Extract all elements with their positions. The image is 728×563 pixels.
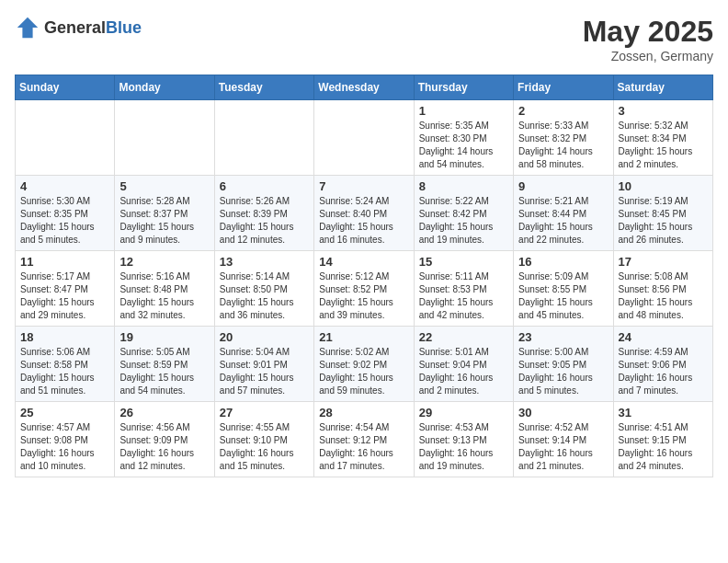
calendar-week-row: 4Sunrise: 5:30 AM Sunset: 8:35 PM Daylig… [16, 176, 713, 251]
logo-general-text: General [44, 18, 106, 37]
calendar-cell: 10Sunrise: 5:19 AM Sunset: 8:45 PM Dayli… [613, 176, 712, 251]
day-number: 7 [319, 179, 408, 193]
calendar-week-row: 25Sunrise: 4:57 AM Sunset: 9:08 PM Dayli… [16, 402, 713, 477]
day-number: 13 [220, 255, 309, 269]
calendar-cell: 22Sunrise: 5:01 AM Sunset: 9:04 PM Dayli… [414, 327, 513, 402]
day-info: Sunrise: 4:51 AM Sunset: 9:15 PM Dayligh… [619, 421, 708, 473]
day-number: 19 [119, 330, 209, 344]
calendar-cell: 7Sunrise: 5:24 AM Sunset: 8:40 PM Daylig… [314, 176, 414, 251]
day-info: Sunrise: 5:05 AM Sunset: 8:59 PM Dayligh… [119, 346, 209, 397]
day-info: Sunrise: 5:08 AM Sunset: 8:56 PM Dayligh… [619, 270, 708, 322]
calendar-cell [314, 100, 414, 176]
day-info: Sunrise: 4:57 AM Sunset: 9:08 PM Dayligh… [20, 421, 109, 473]
day-info: Sunrise: 5:19 AM Sunset: 8:45 PM Dayligh… [619, 195, 708, 247]
day-number: 15 [419, 255, 508, 269]
calendar-cell: 6Sunrise: 5:26 AM Sunset: 8:39 PM Daylig… [214, 176, 313, 251]
column-header-wednesday: Wednesday [314, 75, 414, 100]
calendar-cell: 2Sunrise: 5:33 AM Sunset: 8:32 PM Daylig… [514, 100, 613, 176]
day-number: 4 [20, 179, 109, 193]
day-number: 22 [419, 330, 508, 344]
svg-marker-0 [17, 17, 38, 38]
day-info: Sunrise: 4:55 AM Sunset: 9:10 PM Dayligh… [220, 421, 309, 473]
day-info: Sunrise: 5:02 AM Sunset: 9:02 PM Dayligh… [319, 346, 408, 397]
day-number: 17 [619, 255, 708, 269]
logo-blue-text: Blue [106, 18, 142, 37]
day-number: 18 [20, 330, 109, 344]
day-info: Sunrise: 5:06 AM Sunset: 8:58 PM Dayligh… [20, 346, 109, 397]
day-number: 24 [619, 330, 708, 344]
calendar-cell [16, 100, 115, 176]
column-header-thursday: Thursday [414, 75, 513, 100]
day-number: 25 [20, 406, 109, 419]
calendar-cell [214, 100, 313, 176]
calendar-cell: 3Sunrise: 5:32 AM Sunset: 8:34 PM Daylig… [613, 100, 712, 176]
day-info: Sunrise: 5:14 AM Sunset: 8:50 PM Dayligh… [220, 270, 309, 322]
day-info: Sunrise: 5:00 AM Sunset: 9:05 PM Dayligh… [518, 346, 608, 397]
column-header-tuesday: Tuesday [214, 75, 313, 100]
day-number: 6 [220, 179, 309, 193]
day-number: 21 [319, 330, 408, 344]
calendar-cell: 13Sunrise: 5:14 AM Sunset: 8:50 PM Dayli… [214, 251, 313, 327]
day-number: 1 [419, 104, 508, 118]
day-info: Sunrise: 5:28 AM Sunset: 8:37 PM Dayligh… [119, 195, 209, 247]
calendar-cell: 24Sunrise: 4:59 AM Sunset: 9:06 PM Dayli… [613, 327, 712, 402]
day-info: Sunrise: 4:53 AM Sunset: 9:13 PM Dayligh… [419, 421, 508, 473]
calendar-cell: 16Sunrise: 5:09 AM Sunset: 8:55 PM Dayli… [514, 251, 613, 327]
day-info: Sunrise: 5:11 AM Sunset: 8:53 PM Dayligh… [419, 270, 508, 322]
day-info: Sunrise: 5:09 AM Sunset: 8:55 PM Dayligh… [518, 270, 608, 322]
day-info: Sunrise: 5:32 AM Sunset: 8:34 PM Dayligh… [619, 120, 708, 171]
calendar-cell: 5Sunrise: 5:28 AM Sunset: 8:37 PM Daylig… [115, 176, 214, 251]
calendar-cell: 25Sunrise: 4:57 AM Sunset: 9:08 PM Dayli… [16, 402, 115, 477]
day-number: 20 [220, 330, 309, 344]
day-info: Sunrise: 5:12 AM Sunset: 8:52 PM Dayligh… [319, 270, 408, 322]
day-info: Sunrise: 5:22 AM Sunset: 8:42 PM Dayligh… [419, 195, 508, 247]
calendar-cell: 29Sunrise: 4:53 AM Sunset: 9:13 PM Dayli… [414, 402, 513, 477]
calendar-week-row: 11Sunrise: 5:17 AM Sunset: 8:47 PM Dayli… [16, 251, 713, 327]
calendar-cell: 15Sunrise: 5:11 AM Sunset: 8:53 PM Dayli… [414, 251, 513, 327]
calendar-cell: 30Sunrise: 4:52 AM Sunset: 9:14 PM Dayli… [514, 402, 613, 477]
calendar-cell: 12Sunrise: 5:16 AM Sunset: 8:48 PM Dayli… [115, 251, 214, 327]
day-number: 23 [518, 330, 608, 344]
day-info: Sunrise: 4:56 AM Sunset: 9:09 PM Dayligh… [119, 421, 209, 473]
day-info: Sunrise: 5:30 AM Sunset: 8:35 PM Dayligh… [20, 195, 109, 247]
month-title: May 2025 [583, 15, 713, 49]
calendar-cell: 1Sunrise: 5:35 AM Sunset: 8:30 PM Daylig… [414, 100, 513, 176]
calendar-week-row: 18Sunrise: 5:06 AM Sunset: 8:58 PM Dayli… [16, 327, 713, 402]
day-info: Sunrise: 4:59 AM Sunset: 9:06 PM Dayligh… [619, 346, 708, 397]
logo: GeneralBlue [15, 15, 142, 40]
calendar-cell: 14Sunrise: 5:12 AM Sunset: 8:52 PM Dayli… [314, 251, 414, 327]
day-number: 12 [119, 255, 209, 269]
day-number: 30 [518, 406, 608, 419]
calendar-cell: 28Sunrise: 4:54 AM Sunset: 9:12 PM Dayli… [314, 402, 414, 477]
day-number: 9 [518, 179, 608, 193]
day-info: Sunrise: 4:54 AM Sunset: 9:12 PM Dayligh… [319, 421, 408, 473]
calendar-cell: 4Sunrise: 5:30 AM Sunset: 8:35 PM Daylig… [16, 176, 115, 251]
day-info: Sunrise: 5:35 AM Sunset: 8:30 PM Dayligh… [419, 120, 508, 171]
calendar-cell: 19Sunrise: 5:05 AM Sunset: 8:59 PM Dayli… [115, 327, 214, 402]
column-header-saturday: Saturday [613, 75, 712, 100]
calendar-cell: 31Sunrise: 4:51 AM Sunset: 9:15 PM Dayli… [613, 402, 712, 477]
calendar-cell: 18Sunrise: 5:06 AM Sunset: 8:58 PM Dayli… [16, 327, 115, 402]
column-header-friday: Friday [514, 75, 613, 100]
calendar-cell: 27Sunrise: 4:55 AM Sunset: 9:10 PM Dayli… [214, 402, 313, 477]
calendar-cell: 8Sunrise: 5:22 AM Sunset: 8:42 PM Daylig… [414, 176, 513, 251]
column-header-sunday: Sunday [16, 75, 115, 100]
day-number: 14 [319, 255, 408, 269]
day-number: 2 [518, 104, 608, 118]
day-number: 11 [20, 255, 109, 269]
calendar-week-row: 1Sunrise: 5:35 AM Sunset: 8:30 PM Daylig… [16, 100, 713, 176]
day-info: Sunrise: 5:24 AM Sunset: 8:40 PM Dayligh… [319, 195, 408, 247]
day-info: Sunrise: 5:16 AM Sunset: 8:48 PM Dayligh… [119, 270, 209, 322]
day-info: Sunrise: 5:33 AM Sunset: 8:32 PM Dayligh… [518, 120, 608, 171]
day-number: 3 [619, 104, 708, 118]
location-title: Zossen, Germany [583, 49, 713, 63]
day-number: 26 [119, 406, 209, 419]
day-info: Sunrise: 5:04 AM Sunset: 9:01 PM Dayligh… [220, 346, 309, 397]
calendar-cell: 21Sunrise: 5:02 AM Sunset: 9:02 PM Dayli… [314, 327, 414, 402]
calendar-cell [115, 100, 214, 176]
day-number: 5 [119, 179, 209, 193]
day-number: 28 [319, 406, 408, 419]
day-info: Sunrise: 5:01 AM Sunset: 9:04 PM Dayligh… [419, 346, 508, 397]
calendar-header-row: SundayMondayTuesdayWednesdayThursdayFrid… [16, 75, 713, 100]
logo-icon [15, 15, 40, 40]
